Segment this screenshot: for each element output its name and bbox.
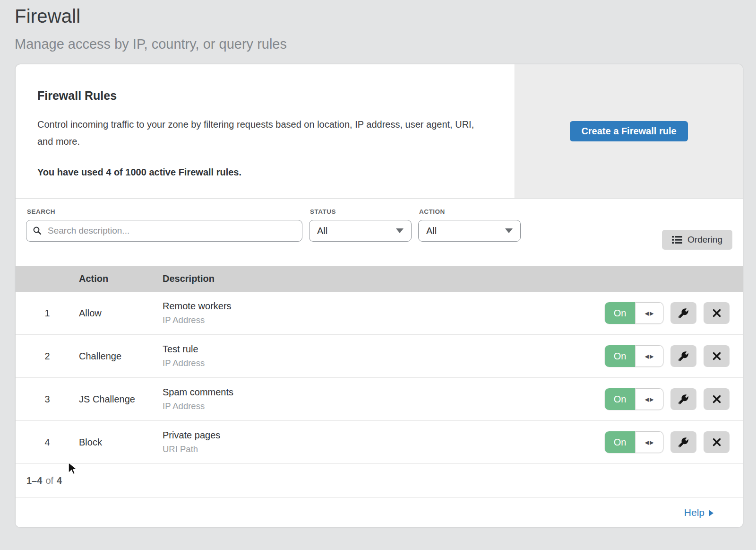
close-x-icon: [713, 395, 721, 403]
page-subtitle: Manage access by IP, country, or query r…: [15, 36, 756, 52]
usage-summary: You have used 4 of 1000 active Firewall …: [37, 167, 496, 178]
search-icon: [33, 226, 42, 236]
rule-description-cell: Remote workers IP Address: [163, 301, 605, 325]
create-rule-panel: Create a Firewall rule: [515, 64, 743, 198]
search-filter-group: SEARCH: [26, 206, 302, 242]
section-description: Control incoming traffic to your zone by…: [37, 116, 486, 150]
action-select[interactable]: All: [418, 220, 521, 242]
rule-enabled-toggle[interactable]: On ◂▸: [605, 302, 663, 324]
pagination-bar: 1–4 of 4: [16, 464, 743, 498]
intro-section: Firewall Rules Control incoming traffic …: [16, 64, 743, 199]
action-label: ACTION: [419, 208, 521, 215]
toggle-handle-arrows-icon[interactable]: ◂▸: [635, 388, 663, 410]
edit-rule-button[interactable]: [670, 345, 696, 367]
page-title: Firewall: [15, 6, 756, 27]
table-row: 1 Allow Remote workers IP Address On ◂▸: [16, 292, 743, 335]
rule-priority: 1: [16, 308, 79, 319]
wrench-icon: [679, 351, 688, 361]
section-heading: Firewall Rules: [37, 89, 496, 103]
edit-rule-button[interactable]: [670, 302, 696, 324]
rule-action: Challenge: [79, 351, 163, 362]
search-box[interactable]: [26, 220, 302, 242]
toggle-handle-arrows-icon[interactable]: ◂▸: [635, 345, 663, 367]
pagination-total: 4: [57, 475, 62, 486]
intro-text-panel: Firewall Rules Control incoming traffic …: [16, 64, 515, 198]
close-x-icon: [713, 309, 721, 317]
rule-description: Remote workers: [163, 301, 605, 312]
wrench-icon: [679, 394, 688, 404]
toggle-on-label: On: [605, 388, 635, 410]
rule-description-cell: Test rule IP Address: [163, 344, 605, 368]
rule-action: Block: [79, 437, 163, 448]
toggle-handle-arrows-icon[interactable]: ◂▸: [635, 302, 663, 324]
column-description: Description: [163, 273, 743, 284]
status-select-value: All: [317, 226, 327, 236]
toggle-handle-arrows-icon[interactable]: ◂▸: [635, 431, 663, 453]
table-row: 3 JS Challenge Spam comments IP Address …: [16, 378, 743, 421]
rule-controls: On ◂▸: [605, 345, 730, 367]
rule-enabled-toggle[interactable]: On ◂▸: [605, 431, 663, 453]
rule-match-type: IP Address: [163, 358, 605, 368]
close-x-icon: [713, 438, 721, 446]
help-bar: Help: [16, 498, 743, 527]
action-filter-group: ACTION All: [418, 206, 521, 242]
help-link-label: Help: [684, 507, 704, 518]
wrench-icon: [679, 308, 688, 318]
rule-controls: On ◂▸: [605, 431, 730, 453]
toggle-on-label: On: [605, 431, 635, 453]
edit-rule-button[interactable]: [670, 388, 696, 410]
table-header: Action Description: [16, 266, 743, 292]
rule-description: Spam comments: [163, 387, 605, 398]
edit-rule-button[interactable]: [670, 431, 696, 453]
delete-rule-button[interactable]: [704, 345, 730, 367]
delete-rule-button[interactable]: [704, 388, 730, 410]
wrench-icon: [679, 437, 688, 447]
chevron-down-icon: [505, 228, 513, 233]
rule-priority: 4: [16, 437, 79, 448]
rule-match-type: IP Address: [163, 315, 605, 325]
status-label: STATUS: [310, 208, 412, 215]
rule-action: Allow: [79, 308, 163, 319]
search-input[interactable]: [47, 225, 296, 236]
rule-priority: 3: [16, 394, 79, 405]
arrow-right-icon: [709, 510, 713, 516]
chevron-down-icon: [396, 228, 404, 233]
column-action: Action: [79, 273, 163, 284]
search-label: SEARCH: [27, 208, 302, 215]
ordered-list-icon: [672, 235, 682, 244]
rule-enabled-toggle[interactable]: On ◂▸: [605, 388, 663, 410]
status-select[interactable]: All: [309, 220, 412, 242]
delete-rule-button[interactable]: [704, 302, 730, 324]
rule-priority: 2: [16, 351, 79, 362]
status-filter-group: STATUS All: [309, 206, 412, 242]
rule-description-cell: Spam comments IP Address: [163, 387, 605, 411]
rule-controls: On ◂▸: [605, 388, 730, 410]
pagination-of: of: [45, 475, 53, 486]
ordering-button[interactable]: Ordering: [662, 230, 732, 250]
filter-bar: SEARCH STATUS All ACTION All: [16, 199, 743, 266]
action-select-value: All: [426, 226, 437, 236]
rule-description: Private pages: [163, 430, 605, 441]
page-header: Firewall Manage access by IP, country, o…: [0, 0, 756, 52]
table-row: 2 Challenge Test rule IP Address On ◂▸: [16, 335, 743, 378]
rule-match-type: URI Path: [163, 444, 605, 454]
create-firewall-rule-button[interactable]: Create a Firewall rule: [570, 121, 687, 141]
rule-enabled-toggle[interactable]: On ◂▸: [605, 345, 663, 367]
table-row: 4 Block Private pages URI Path On ◂▸: [16, 421, 743, 464]
toggle-on-label: On: [605, 302, 635, 324]
firewall-rules-card: Firewall Rules Control incoming traffic …: [16, 64, 743, 527]
close-x-icon: [713, 352, 721, 360]
ordering-button-label: Ordering: [687, 235, 722, 245]
rule-description-cell: Private pages URI Path: [163, 430, 605, 454]
rule-controls: On ◂▸: [605, 302, 730, 324]
pagination-range: 1–4: [26, 475, 42, 486]
toggle-on-label: On: [605, 345, 635, 367]
help-link[interactable]: Help: [684, 507, 713, 518]
rule-description: Test rule: [163, 344, 605, 355]
rule-match-type: IP Address: [163, 401, 605, 411]
rule-action: JS Challenge: [79, 394, 163, 405]
delete-rule-button[interactable]: [704, 431, 730, 453]
